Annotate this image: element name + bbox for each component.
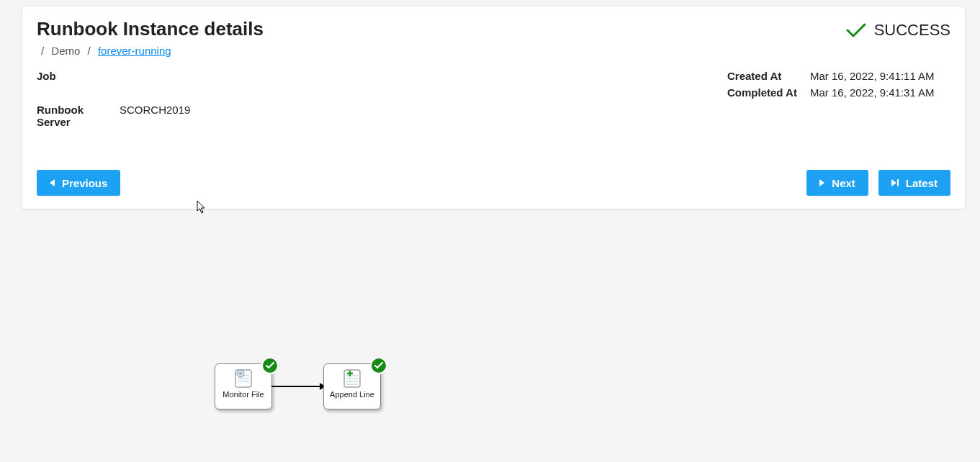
success-check-icon	[845, 22, 867, 38]
success-badge-icon	[261, 357, 279, 374]
header-row: Runbook Instance details / Demo / foreve…	[37, 18, 950, 57]
field-completed: Completed At Mar 16, 2022, 9:41:31 AM	[727, 86, 950, 99]
completed-label: Completed At	[727, 86, 810, 99]
details-right: Created At Mar 16, 2022, 9:41:11 AM Comp…	[727, 70, 950, 150]
job-label: Job	[37, 70, 120, 82]
header-left: Runbook Instance details / Demo / foreve…	[37, 18, 264, 57]
success-badge-icon	[370, 357, 387, 374]
breadcrumb-current-link[interactable]: forever-running	[98, 45, 171, 57]
node-append-line[interactable]: Append Line	[323, 363, 381, 409]
workflow-diagram: Monitor File Append Line	[215, 363, 381, 409]
field-server: Runbook Server SCORCH2019	[37, 104, 727, 128]
status-label: SUCCESS	[874, 21, 950, 40]
button-row: Previous Next Latest	[37, 170, 950, 196]
node-label: Append Line	[330, 390, 374, 399]
append-line-icon	[340, 367, 364, 389]
next-button[interactable]: Next	[806, 170, 868, 196]
monitor-file-icon	[231, 367, 256, 389]
chevron-right-icon	[819, 179, 824, 186]
node-label: Monitor File	[222, 390, 264, 399]
details-panel: Runbook Instance details / Demo / foreve…	[22, 6, 966, 209]
breadcrumb-sep: /	[88, 45, 91, 57]
server-label: Runbook Server	[37, 104, 120, 128]
status-block: SUCCESS	[845, 21, 950, 40]
latest-label: Latest	[906, 177, 938, 189]
created-value: Mar 16, 2022, 9:41:11 AM	[810, 70, 935, 82]
svg-point-5	[239, 372, 243, 376]
next-label: Next	[832, 177, 855, 189]
previous-button[interactable]: Previous	[37, 170, 120, 196]
previous-label: Previous	[62, 177, 107, 189]
right-buttons: Next Latest	[806, 170, 950, 196]
skip-to-end-icon	[891, 179, 899, 186]
latest-button[interactable]: Latest	[878, 170, 950, 196]
breadcrumb-sep: /	[41, 45, 44, 57]
details-grid: Job Runbook Server SCORCH2019 Created At…	[37, 70, 950, 150]
breadcrumb: / Demo / forever-running	[37, 45, 264, 57]
details-left: Job Runbook Server SCORCH2019	[37, 70, 727, 150]
node-monitor-file[interactable]: Monitor File	[215, 363, 272, 409]
page-title: Runbook Instance details	[37, 18, 264, 40]
field-job: Job	[37, 70, 727, 82]
completed-value: Mar 16, 2022, 9:41:31 AM	[810, 86, 935, 99]
mouse-cursor-icon	[197, 200, 207, 214]
created-label: Created At	[727, 70, 810, 82]
field-created: Created At Mar 16, 2022, 9:41:11 AM	[727, 70, 950, 82]
server-value: SCORCH2019	[120, 104, 190, 128]
breadcrumb-root: Demo	[51, 45, 80, 57]
connector-arrow	[271, 386, 325, 387]
chevron-left-icon	[50, 179, 55, 186]
